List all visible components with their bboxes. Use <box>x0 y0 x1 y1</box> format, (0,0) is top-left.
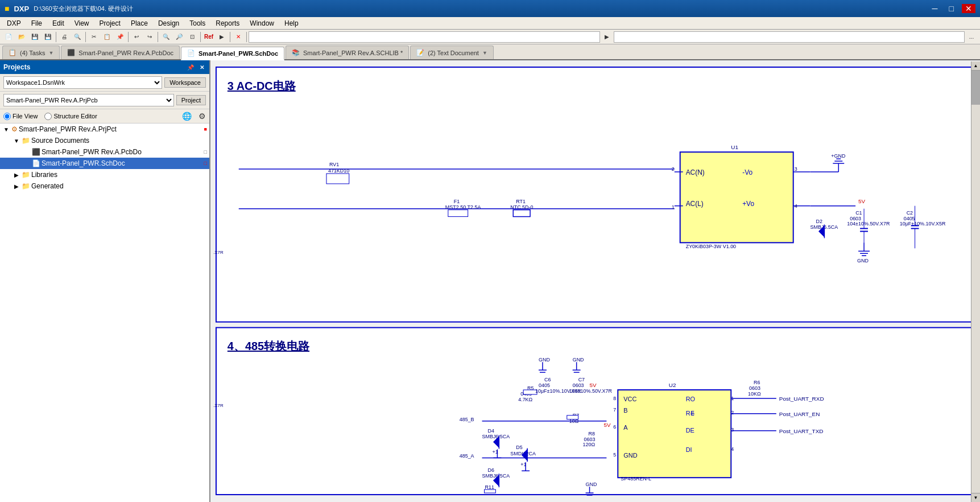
svg-text:485_B: 485_B <box>460 417 474 422</box>
menu-dxp[interactable]: DXP <box>2 18 26 28</box>
tree-item-pcbdoc[interactable]: ⬛ Smart-Panel_PWR Rev.A.PcbDo □ <box>0 146 209 158</box>
new-btn[interactable]: 📄 <box>2 31 15 43</box>
svg-text:471KD10: 471KD10 <box>328 168 349 174</box>
save-all-btn[interactable]: 💾 <box>42 31 54 43</box>
svg-text:2: 2 <box>672 166 675 172</box>
expand-root[interactable]: ▼ <box>2 126 10 133</box>
go-btn[interactable]: ▶ <box>601 31 613 43</box>
root-label: Smart-Panel_PWR Rev.A.PrjPct <box>19 125 202 133</box>
project-select[interactable]: Smart-Panel_PWR Rev.A.PrjPcb <box>3 94 174 106</box>
expand-libs[interactable]: ▶ <box>13 172 20 178</box>
svg-text:DI: DI <box>686 446 692 453</box>
svg-text:2: 2 <box>731 410 734 415</box>
expand-generated[interactable]: ▶ <box>13 183 20 190</box>
struct-editor-radio-label[interactable]: Structure Editor <box>44 113 97 120</box>
expand-source[interactable]: ▼ <box>13 138 20 144</box>
panel-title: Projects <box>3 63 30 71</box>
menu-reports[interactable]: Reports <box>211 18 244 28</box>
tree-item-libraries[interactable]: ▶ 📁 Libraries <box>0 169 209 180</box>
tree-item-source-docs[interactable]: ▼ 📁 Source Documents <box>0 135 209 146</box>
app-name: DXP <box>14 5 29 13</box>
svg-text:VCC: VCC <box>623 396 636 402</box>
view-icon1[interactable]: 🌐 <box>182 112 192 121</box>
svg-text:.X7R: .X7R <box>213 403 224 408</box>
svg-text:8: 8 <box>613 396 616 401</box>
scroll-up-btn[interactable]: ▲ <box>971 61 980 71</box>
tab-textdoc[interactable]: 📝 (2) Text Document ▼ <box>410 46 494 59</box>
minimize-btn[interactable]: ─ <box>929 4 941 13</box>
menu-place[interactable]: Place <box>126 18 152 28</box>
svg-text:GND: GND <box>857 258 869 264</box>
menu-file[interactable]: File <box>27 18 47 28</box>
save-btn[interactable]: 💾 <box>28 31 41 43</box>
paste-btn[interactable]: 📌 <box>114 31 126 43</box>
open-btn[interactable]: 📂 <box>15 31 28 43</box>
svg-text:0603: 0603 <box>749 385 760 391</box>
project-button[interactable]: Project <box>176 95 206 105</box>
svg-text:4.7KΩ: 4.7KΩ <box>518 397 532 402</box>
right-scrollbar[interactable]: ▲ ▼ <box>971 61 980 502</box>
schdoc-label: Smart-Panel_PWR.SchDoc <box>42 159 202 167</box>
svg-text:MST2.50.T2.5A: MST2.50.T2.5A <box>445 204 481 210</box>
tab-schdoc[interactable]: 📄 Smart-Panel_PWR.SchDoc <box>181 47 284 60</box>
menu-project[interactable]: Project <box>95 18 125 28</box>
tab-schlib[interactable]: 📚 Smart-Panel_PWR Rev.A.SCHLIB * <box>286 46 409 59</box>
address-input[interactable] <box>249 31 600 43</box>
svg-text:+GND: +GND <box>831 153 846 159</box>
tab-tasks[interactable]: 📋 (4) Tasks ▼ <box>2 46 60 59</box>
left-panel: Projects 📌 ✕ Workspace1.DsnWrk Workspace… <box>0 60 210 502</box>
menu-view[interactable]: View <box>70 18 94 28</box>
svg-text:RE̶: RE̶ <box>686 410 694 417</box>
cut-btn[interactable]: ✂ <box>88 31 100 43</box>
pcbdoc-badge: □ <box>204 149 207 155</box>
copy-btn[interactable]: 📋 <box>101 31 113 43</box>
delete-btn[interactable]: ✕ <box>232 31 245 43</box>
menu-window[interactable]: Window <box>245 18 279 28</box>
file-view-radio[interactable] <box>3 113 11 120</box>
svg-text:104±10%.50V.X7R: 104±10%.50V.X7R <box>569 388 613 394</box>
scroll-thumb[interactable] <box>971 71 980 105</box>
libraries-label: Libraries <box>31 171 207 179</box>
maximize-btn[interactable]: □ <box>946 4 957 13</box>
search-btn[interactable]: ... <box>965 31 978 43</box>
panel-close-icon[interactable]: ✕ <box>198 64 206 71</box>
workspace-select[interactable]: Workspace1.DsnWrk <box>3 76 162 89</box>
svg-text:AC(L): AC(L) <box>686 200 704 208</box>
search-input[interactable] <box>614 31 965 43</box>
close-btn[interactable]: ✕ <box>962 4 975 13</box>
redo-btn[interactable]: ↪ <box>143 31 156 43</box>
svg-text:5: 5 <box>613 452 616 458</box>
tree-item-generated[interactable]: ▶ 📁 Generated <box>0 180 209 192</box>
svg-rect-80 <box>618 390 731 478</box>
file-view-radio-label[interactable]: File View <box>3 113 38 120</box>
scroll-down-btn[interactable]: ▼ <box>971 493 980 502</box>
tab-pcbdoc[interactable]: ⬛ Smart-Panel_PWR Rev.A.PcbDoc <box>61 46 180 59</box>
tree-item-root[interactable]: ▼ ⚙ Smart-Panel_PWR Rev.A.PrjPct ■ <box>0 124 209 135</box>
menu-design[interactable]: Design <box>154 18 184 28</box>
menu-help[interactable]: Help <box>280 18 303 28</box>
compile-btn[interactable]: ▶ <box>216 31 228 43</box>
zoom-fit-btn[interactable]: ⊡ <box>186 31 199 43</box>
svg-text:5V: 5V <box>603 422 611 428</box>
tab-tasks-close[interactable]: ▼ <box>48 50 53 56</box>
tab-textdoc-dropdown[interactable]: ▼ <box>482 50 487 56</box>
menu-edit[interactable]: Edit <box>48 18 69 28</box>
run-drc-btn[interactable]: Ref <box>202 31 215 43</box>
tree-item-schdoc[interactable]: 📄 Smart-Panel_PWR.SchDoc □ <box>0 158 209 169</box>
view-icon2[interactable]: ⚙ <box>199 112 206 121</box>
struct-editor-radio[interactable] <box>44 113 52 120</box>
menu-tools[interactable]: Tools <box>185 18 210 28</box>
workspace-button[interactable]: Workspace <box>164 77 206 88</box>
generated-icon: 📁 <box>22 182 30 190</box>
print-preview-btn[interactable]: 🔍 <box>71 31 84 43</box>
zoom-out-btn[interactable]: 🔎 <box>173 31 185 43</box>
print-btn[interactable]: 🖨 <box>58 31 71 43</box>
schematic-area[interactable]: 3 AC-DC电路 RV1 471KD10 F1 MST2.50.T2.5A R… <box>210 60 980 502</box>
svg-rect-13 <box>680 152 793 242</box>
zoom-in-btn[interactable]: 🔍 <box>160 31 172 43</box>
svg-text:6: 6 <box>613 424 616 430</box>
root-badge: ■ <box>204 126 207 132</box>
svg-text:F1: F1 <box>454 199 460 204</box>
panel-pin-icon[interactable]: 📌 <box>185 64 196 71</box>
undo-btn[interactable]: ↩ <box>130 31 143 43</box>
